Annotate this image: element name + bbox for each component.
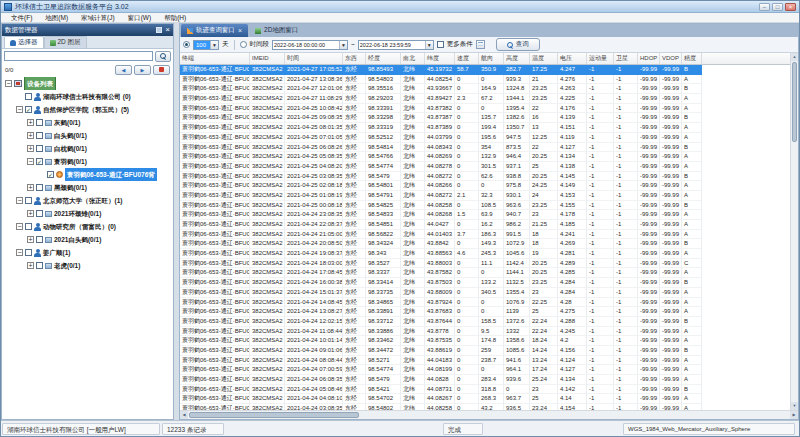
tree-item[interactable]: +黑颈鹤(0/1) (2, 181, 173, 194)
column-header[interactable]: 经度 (366, 53, 401, 64)
tree-checkbox[interactable] (36, 145, 43, 152)
tree-item[interactable]: +白枕鹤(0/1) (2, 142, 173, 155)
table-row[interactable]: 蓑羽鹤06-653-通辽·BFU076背382CMSA22021-04-27 1… (180, 84, 798, 94)
menu-item[interactable]: 帮助(H) (158, 13, 192, 23)
tree-expander-icon[interactable]: + (27, 262, 34, 269)
recent-days-radio[interactable] (183, 41, 190, 48)
vertical-scrollbar[interactable]: ▲ ▼ (790, 53, 798, 410)
column-header[interactable]: 终端 (180, 53, 250, 64)
tree-item[interactable]: +白头鹤(0/1) (2, 129, 173, 142)
table-row[interactable]: 蓑羽鹤06-653-通辽·BFU076背382CMSA22021-04-25 0… (180, 143, 798, 153)
column-header[interactable]: 卫星 (614, 53, 638, 64)
tab-selector[interactable]: 选择器 (4, 36, 44, 48)
horizontal-scrollbar[interactable]: ◀ ▶ (180, 410, 798, 419)
table-row[interactable]: 蓑羽鹤06-653-通辽·BFU076背382CMSA22021-04-24 0… (180, 385, 798, 395)
menu-item[interactable]: 家域计算(J) (75, 13, 121, 23)
column-header[interactable]: 东西 (343, 53, 366, 64)
column-header[interactable]: 精度 (682, 53, 702, 64)
scroll-up-icon[interactable]: ▲ (791, 53, 798, 61)
search-button[interactable] (155, 51, 171, 62)
close-button[interactable]: × (785, 3, 796, 11)
table-row[interactable]: 蓑羽鹤06-653-通辽·BFU076背382CMSA22021-04-25 0… (180, 133, 798, 143)
tree-expander-icon[interactable]: + (27, 132, 34, 139)
table-row[interactable]: 蓑羽鹤06-653-通辽·BFU076背382CMSA22021-04-27 1… (180, 94, 798, 104)
tree-expander-icon[interactable]: − (16, 106, 23, 113)
column-header[interactable]: 南北 (401, 53, 425, 64)
table-row[interactable]: 蓑羽鹤06-653-通辽·BFU076背382CMSA22021-04-24 0… (180, 356, 798, 366)
table-row[interactable]: 蓑羽鹤06-653-通辽·BFU076背382CMSA22021-04-24 1… (180, 336, 798, 346)
table-row[interactable]: 蓑羽鹤06-653-通辽·BFU076背382CMSA22021-04-25 0… (180, 152, 798, 162)
next-button[interactable]: ▶ (134, 65, 151, 75)
pin-icon[interactable] (156, 27, 162, 33)
table-row[interactable]: 蓑羽鹤06-653-通辽·BFU076背382CMSA22021-04-24 0… (180, 375, 798, 385)
table-row[interactable]: 蓑羽鹤06-653-通辽·BFU076背382CMSA22021-04-25 0… (180, 113, 798, 123)
tree-item[interactable]: ✓蓑羽鹤06-653-通辽·BFU076背 (2, 168, 173, 181)
table-row[interactable]: 蓑羽鹤06-653-通辽·BFU076背382CMSA22021-04-25 0… (180, 172, 798, 182)
tree-expander-icon[interactable]: − (16, 197, 23, 204)
panel-close-icon[interactable]: × (165, 26, 170, 34)
table-row[interactable]: 蓑羽鹤06-653-通辽·BFU076背382CMSA22021-04-25 1… (180, 104, 798, 114)
tree-expander-icon[interactable]: + (27, 184, 34, 191)
table-row[interactable]: 蓑羽鹤06-653-通辽·BFU076背382CMSA22021-04-24 0… (180, 365, 798, 375)
table-row[interactable]: 蓑羽鹤06-653-通辽·BFU076背382CMSA22021-04-24 1… (180, 288, 798, 298)
tree-checkbox[interactable] (36, 184, 43, 191)
table-row[interactable]: 蓑羽鹤06-653-通辽·BFU076背382CMSA22021-04-24 1… (180, 327, 798, 337)
tree-expander-icon[interactable]: − (27, 158, 34, 165)
tree-item[interactable]: −✓蓑羽鹤(0/1) (2, 155, 173, 168)
stop-button[interactable] (153, 65, 170, 75)
table-row[interactable]: 蓑羽鹤06-653-通辽·BFU076背382CMSA22021-04-25 0… (180, 201, 798, 211)
chevron-down-icon[interactable]: ▼ (210, 41, 218, 49)
table-row[interactable]: 蓑羽鹤06-653-通辽·BFU076背382CMSA22021-04-24 1… (180, 268, 798, 278)
calendar-dropdown-icon[interactable]: ▼ (339, 41, 347, 49)
tree-item[interactable]: −姜广顺(1) (2, 246, 173, 259)
tree-expander-icon[interactable]: − (5, 80, 12, 87)
column-header[interactable]: 速度 (455, 53, 479, 64)
table-row[interactable]: 蓑羽鹤06-653-通辽·BFU076背382CMSA22021-04-24 2… (180, 210, 798, 220)
query-button[interactable]: 查询 (496, 38, 540, 51)
tree-checkbox[interactable] (36, 119, 43, 126)
table-row[interactable]: 蓑羽鹤06-653-通辽·BFU076背382CMSA22021-04-25 0… (180, 162, 798, 172)
tree-expander-icon[interactable]: + (27, 236, 34, 243)
table-row[interactable]: 蓑羽鹤06-653-通辽·BFU076背382CMSA22021-04-27 1… (180, 65, 798, 75)
vertical-scroll-thumb[interactable] (792, 62, 797, 142)
search-input[interactable] (4, 51, 153, 61)
tree-expander-icon[interactable]: + (27, 145, 34, 152)
tree-item[interactable]: +2021白头鹤(0/1) (2, 233, 173, 246)
tab-close-icon[interactable]: × (238, 27, 242, 34)
tree-checkbox[interactable] (25, 197, 32, 204)
column-header[interactable]: 航向 (479, 53, 504, 64)
column-header[interactable]: 温度 (530, 53, 558, 64)
table-row[interactable]: 蓑羽鹤06-653-通辽·BFU076背382CMSA22021-04-25 0… (180, 191, 798, 201)
tree-checkbox[interactable] (36, 210, 43, 217)
calendar-dropdown-icon[interactable]: ▼ (425, 41, 433, 49)
tree-checkbox[interactable]: ✓ (47, 171, 54, 178)
date-from-picker[interactable]: 2022-06-18 00:00:00 ▼ (272, 40, 348, 50)
table-row[interactable]: 蓑羽鹤06-653-通辽·BFU076背382CMSA22021-04-25 0… (180, 123, 798, 133)
column-header[interactable]: 高度 (504, 53, 530, 64)
menu-item[interactable]: 地图(M) (39, 13, 74, 23)
scroll-down-icon[interactable]: ▼ (791, 402, 798, 410)
recent-days-combo[interactable]: 100 ▼ (193, 40, 219, 50)
tree-expander-icon[interactable]: + (27, 119, 34, 126)
date-to-picker[interactable]: 2022-06-18 23:59:59 ▼ (358, 40, 434, 50)
table-row[interactable]: 蓑羽鹤06-653-通辽·BFU076背382CMSA22021-04-24 1… (180, 307, 798, 317)
tree-item[interactable]: −北京师范大学（张正旺）(1) (2, 194, 173, 207)
tree-item[interactable]: +2021环颈雉(0/1) (2, 207, 173, 220)
column-header[interactable]: 运动量 (587, 53, 614, 64)
scroll-left-icon[interactable]: ◀ (180, 411, 188, 419)
table-row[interactable]: 蓑羽鹤06-653-通辽·BFU076背382CMSA22021-04-24 2… (180, 220, 798, 230)
table-row[interactable]: 蓑羽鹤06-653-通辽·BFU076背382CMSA22021-04-25 0… (180, 181, 798, 191)
tab-track-query[interactable]: 轨迹查询窗口 × (181, 24, 248, 37)
table-row[interactable]: 蓑羽鹤06-653-通辽·BFU076背382CMSA22021-04-24 2… (180, 239, 798, 249)
time-period-radio[interactable] (240, 41, 247, 48)
tree-checkbox[interactable] (36, 236, 43, 243)
tree-checkbox[interactable] (25, 223, 32, 230)
tree-checkbox[interactable] (36, 132, 43, 139)
column-header[interactable]: HDOP (638, 53, 660, 64)
menu-item[interactable]: 窗口(W) (122, 13, 157, 23)
table-row[interactable]: 蓑羽鹤06-653-通辽·BFU076背382CMSA22021-04-24 1… (180, 317, 798, 327)
tree-item[interactable]: 湖南环球信士科技有限公司 (0) (2, 90, 173, 103)
table-row[interactable]: 蓑羽鹤06-653-通辽·BFU076背382CMSA22021-04-24 1… (180, 259, 798, 269)
tree-checkbox[interactable] (25, 249, 32, 256)
table-row[interactable]: 蓑羽鹤06-653-通辽·BFU076背382CMSA22021-04-27 1… (180, 75, 798, 85)
